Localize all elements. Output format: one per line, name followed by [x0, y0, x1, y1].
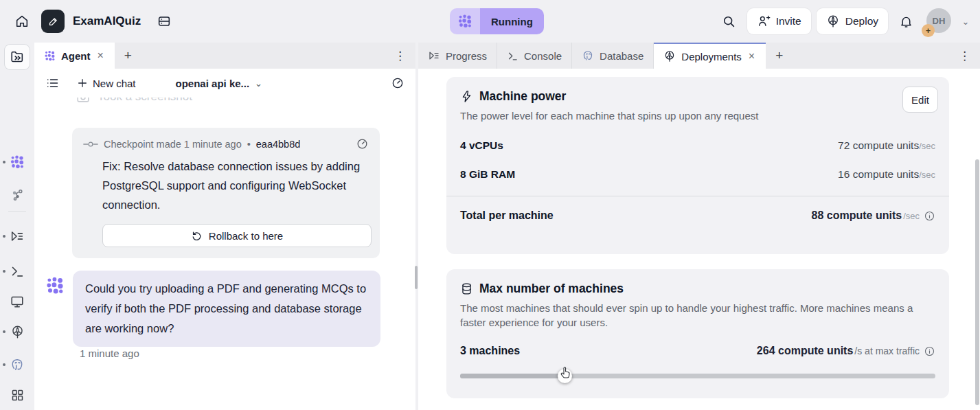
chat-history-button[interactable] — [45, 76, 59, 90]
checkpoint-title: Checkpoint made 1 minute ago — [104, 139, 242, 150]
replit-workspace: ExamAIQuiz Running — [0, 0, 980, 410]
checkpoint-usage-icon[interactable] — [356, 137, 369, 150]
tab-deployments[interactable]: Deployments × — [654, 43, 766, 69]
checkpoint-header: Checkpoint made 1 minute ago • eaa4bb8d — [83, 137, 369, 150]
deploy-label: Deploy — [845, 15, 878, 27]
home-button[interactable] — [10, 9, 34, 34]
close-icon[interactable]: × — [96, 49, 105, 62]
notifications-button[interactable] — [893, 9, 918, 34]
machine-power-header: Machine power — [460, 89, 935, 104]
message-timestamp: 1 minute ago — [80, 348, 139, 359]
total-value: 88 compute units/sec — [812, 209, 935, 222]
deploy-rocket-icon — [10, 325, 25, 339]
max-machines-subtitle: The most machines that should ever spin … — [460, 301, 941, 330]
agent-tabbar: Agent × + ⋮ — [34, 43, 415, 69]
checkpoint-hash: eaa4bb8d — [256, 139, 301, 150]
files-folder-icon — [10, 49, 25, 65]
rail-files-button[interactable] — [5, 45, 30, 69]
search-button[interactable] — [717, 9, 742, 34]
card-divider — [446, 196, 949, 196]
checkpoint-message: Fix: Resolve database connection issues … — [102, 157, 372, 214]
window-scrollbar[interactable] — [975, 159, 979, 405]
rail-deployments-button[interactable] — [5, 319, 30, 344]
machines-value-text: 264 compute units — [757, 345, 853, 357]
presence-badge: + — [922, 24, 935, 37]
machines-slider[interactable] — [460, 369, 935, 383]
machines-value-unit: /s at max traffic — [854, 345, 920, 356]
deploy-rocket-icon — [826, 14, 840, 28]
tab-deployments-label: Deployments — [681, 51, 742, 62]
chevron-down-icon: ⌄ — [255, 78, 262, 89]
status-badge[interactable]: Running — [450, 8, 544, 34]
chat-selector[interactable]: openai api ke... ⌄ — [176, 78, 262, 89]
new-chat-button[interactable]: New chat — [77, 78, 136, 89]
rail-apps-button[interactable] — [5, 383, 30, 407]
lightning-icon — [460, 90, 473, 103]
account-menu-chevron[interactable]: ⌄ — [958, 9, 973, 34]
tab-console[interactable]: Console — [497, 43, 572, 69]
agent-panel-menu-button[interactable]: ⋮ — [389, 43, 411, 69]
hand-cursor-icon — [559, 366, 571, 380]
search-icon — [722, 14, 736, 29]
tab-database[interactable]: Database — [572, 43, 654, 69]
agent-panel: Agent × + ⋮ New chat openai api ke... ⌄ — [34, 43, 415, 410]
ram-value: 16 compute units/sec — [838, 168, 935, 181]
agent-chat-body: New chat openai api ke... ⌄ Took a scree… — [34, 69, 415, 410]
workflow-graph-icon — [10, 187, 25, 202]
account-avatar[interactable]: DH + — [926, 8, 953, 34]
machines-slider-fill — [460, 374, 565, 378]
console-icon — [10, 264, 25, 279]
right-panel-menu-button[interactable]: ⋮ — [953, 43, 976, 69]
close-icon[interactable]: × — [747, 50, 756, 62]
rail-console-button[interactable] — [5, 259, 30, 284]
info-icon[interactable] — [924, 210, 935, 222]
rollback-label: Rollback to here — [209, 230, 283, 242]
rail-agent-button[interactable] — [5, 150, 30, 174]
monitor-icon — [10, 294, 25, 309]
rail-progress-button[interactable] — [5, 224, 30, 249]
progress-icon — [10, 229, 25, 244]
tab-progress[interactable]: Progress — [418, 43, 497, 69]
spec-row-ram: 8 GiB RAM 16 compute units/sec — [460, 168, 935, 181]
machines-slider-handle[interactable] — [558, 369, 572, 383]
invite-button[interactable]: Invite — [747, 8, 811, 34]
deploy-button[interactable]: Deploy — [817, 8, 888, 34]
console-icon — [507, 50, 519, 62]
page-title[interactable]: ExamAIQuiz — [71, 14, 145, 28]
machine-power-card: Machine power Edit The power level for e… — [446, 77, 949, 254]
tab-progress-label: Progress — [446, 50, 487, 62]
rail-webview-button[interactable] — [5, 289, 30, 314]
agent-logo-icon — [10, 155, 25, 170]
tab-database-label: Database — [600, 50, 643, 62]
bell-icon — [899, 14, 913, 29]
tab-console-label: Console — [524, 50, 562, 62]
rollback-icon — [191, 230, 203, 242]
machines-row: 3 machines 264 compute units/s at max tr… — [460, 345, 935, 357]
checkpoint-icon — [83, 140, 98, 148]
cpu-value-unit: /sec — [919, 141, 935, 151]
home-icon — [14, 14, 30, 29]
postgresql-elephant-icon — [582, 49, 594, 62]
edit-button[interactable]: Edit — [902, 87, 938, 113]
new-tab-button[interactable]: + — [766, 43, 793, 69]
total-value-unit: /sec — [903, 211, 920, 221]
cpu-value: 72 compute units/sec — [838, 139, 935, 152]
agent-panel-scrollbar[interactable] — [415, 266, 418, 289]
new-tab-button[interactable]: + — [115, 43, 141, 69]
agent-logo-icon — [450, 8, 480, 34]
server-icon — [157, 14, 172, 29]
rail-database-button[interactable] — [5, 352, 30, 377]
grid-icon — [10, 388, 25, 402]
tab-agent[interactable]: Agent × — [34, 43, 115, 69]
usage-gauge-button[interactable] — [391, 76, 404, 90]
agent-logo-avatar — [45, 276, 65, 295]
storage-button[interactable] — [152, 9, 176, 34]
user-message-bubble: Could you try uploading a PDF and genera… — [73, 271, 380, 347]
cpu-label: 4 vCPUs — [460, 139, 503, 152]
total-value-text: 88 compute units — [812, 209, 902, 222]
rail-workflows-button[interactable] — [5, 182, 30, 207]
info-icon[interactable] — [924, 345, 935, 357]
app-icon-button[interactable] — [41, 10, 65, 33]
rollback-button[interactable]: Rollback to here — [102, 224, 372, 247]
deployments-content: Machine power Edit The power level for e… — [418, 69, 980, 410]
